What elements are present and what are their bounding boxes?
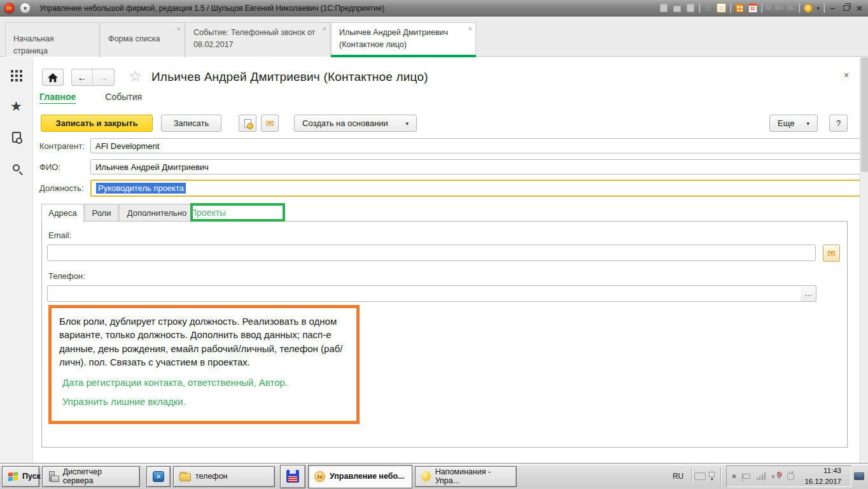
favorite-toggle-star-icon[interactable]: ☆ (129, 67, 143, 85)
taskbar-item-reminders[interactable]: Напоминания - Упра... (415, 466, 517, 487)
1c-coin-icon: 1c (314, 471, 325, 482)
windows-logo-icon (8, 472, 18, 481)
memory-m-minus-button[interactable]: M- (788, 4, 795, 11)
annotation-green-line-2: Упразнить лишние вкладки. (59, 396, 349, 407)
save-and-close-button[interactable]: Записать и закрыть (41, 115, 153, 132)
home-button[interactable] (42, 69, 64, 86)
system-menu-button[interactable]: ▾ (20, 3, 31, 13)
calculator-icon[interactable] (734, 3, 744, 13)
create-based-on-button[interactable]: Создать на основании ▾ (294, 115, 417, 132)
search-icon[interactable] (10, 160, 24, 174)
counterparty-label: Контрагент: (39, 141, 85, 151)
folder-icon (179, 473, 191, 481)
save-icon[interactable] (659, 3, 668, 13)
tab-list-form[interactable]: Форма списка × (100, 22, 185, 57)
phone-label: Телефон: (48, 271, 85, 281)
close-form-button[interactable]: × (844, 70, 849, 80)
vertical-scrollbar[interactable] (860, 57, 868, 463)
server-icon (48, 471, 59, 481)
tray-icons-area: « 11:43 16.12.2017 (726, 465, 851, 487)
titlebar-toolbar: ☆ → ☆ 31 M M+ M- i ▾ – × (659, 3, 864, 13)
help-button[interactable]: ? (829, 115, 848, 132)
keyboard-icon[interactable] (694, 472, 706, 480)
counterparty-field[interactable]: AFI Development ▾ (90, 138, 868, 153)
tray-time: 11:43 (804, 465, 841, 476)
forward-button[interactable]: → (93, 69, 114, 85)
nav-link-main[interactable]: Главное (39, 92, 76, 104)
annotation-text: Блок роли, дублирует строку должность. Р… (59, 315, 349, 369)
back-button[interactable]: ← (72, 69, 93, 85)
tray-clock[interactable]: 11:43 16.12.2017 (801, 465, 845, 486)
divider (761, 3, 762, 13)
send-email-button[interactable]: ✉ (261, 115, 279, 132)
memory-m-button[interactable]: M (766, 4, 771, 11)
power-plug-icon[interactable] (787, 473, 794, 480)
language-indicator[interactable]: RU (668, 472, 689, 481)
sidebar: ★ (0, 57, 33, 463)
create-event-button[interactable] (239, 115, 256, 132)
app-tab-bar: Начальная страница Форма списка × Событи… (0, 17, 868, 57)
more-button[interactable]: Еще ▾ (769, 115, 818, 132)
nav-link-events[interactable]: События (105, 92, 142, 104)
full-name-field[interactable]: Ильичев Андрей Дмитриевич (90, 159, 868, 174)
navigation-buttons: ← → (71, 69, 115, 86)
scrollbar-thumb[interactable] (861, 57, 868, 172)
chevron-down-icon: ▾ (24, 5, 27, 11)
memory-m-plus-button[interactable]: M+ (775, 4, 784, 11)
add-to-favorites-icon[interactable]: ☆ → (703, 3, 713, 13)
save-button[interactable]: Записать (161, 115, 221, 132)
tab-event-phone-call[interactable]: Событие: Телефонный звонок от 08.02.2017… (185, 22, 330, 57)
favorites-icon[interactable]: ☆ (717, 3, 726, 13)
window-switcher-icon[interactable]: ▾ (706, 472, 718, 481)
info-icon[interactable]: i (803, 3, 813, 13)
phone-input[interactable] (47, 285, 801, 302)
info-dropdown-icon[interactable]: ▾ (816, 5, 820, 11)
window-title: Управление небольшой фирмой, редакция 1.… (39, 4, 659, 13)
subtab-roles[interactable]: Роли (85, 204, 118, 222)
floppy-disk-icon (286, 470, 299, 483)
print-icon[interactable] (672, 3, 682, 13)
tab-home-page[interactable]: Начальная страница (5, 22, 99, 57)
restore-button[interactable] (841, 3, 851, 13)
favorites-star-icon[interactable]: ★ (10, 99, 24, 113)
powershell-icon: > (153, 471, 164, 482)
all-functions-grid-icon[interactable] (10, 69, 24, 83)
taskbar-item-powershell[interactable]: > (146, 466, 171, 487)
email-input[interactable] (47, 244, 816, 261)
app-logo-1c-icon: 1c (4, 3, 15, 13)
start-button[interactable]: Пуск (2, 466, 39, 487)
write-email-button[interactable]: ✉ (823, 244, 840, 262)
subtab-projects[interactable]: Проекты (190, 208, 226, 218)
show-desktop-button[interactable] (853, 471, 865, 481)
close-icon[interactable]: × (468, 25, 472, 32)
calendar-icon[interactable]: 31 (748, 3, 757, 13)
home-icon (48, 73, 58, 82)
position-field[interactable]: Руководитель проекта (90, 180, 868, 197)
document-clock-icon (244, 119, 251, 128)
system-tray: RU ▾ « 11:43 16.12.2017 (668, 464, 868, 489)
phone-more-button[interactable]: … (801, 285, 816, 302)
taskbar-item-server-manager[interactable]: Диспетчер сервера (42, 466, 140, 487)
close-window-button[interactable]: × (855, 3, 864, 13)
action-center-flag-icon[interactable] (743, 474, 750, 479)
minimize-button[interactable]: – (828, 3, 837, 13)
close-icon[interactable]: × (323, 25, 326, 32)
subtab-additional[interactable]: Дополнительно (119, 204, 195, 222)
annotation-green-line-1: Дата регистрации контакта, ответственный… (59, 377, 349, 388)
taskbar: Пуск Диспетчер сервера > телефон 1c Упра… (0, 463, 868, 489)
print-preview-icon[interactable] (685, 3, 695, 13)
full-name-label: ФИО: (39, 162, 60, 172)
subtab-addresses[interactable]: Адреса (41, 204, 84, 222)
form-content: ← → ☆ Ильичев Андрей Дмитриевич (Контакт… (33, 57, 860, 463)
volume-muted-icon[interactable] (772, 472, 781, 480)
history-icon[interactable] (10, 130, 24, 144)
taskbar-item-phone-folder[interactable]: телефон (173, 466, 275, 487)
taskbar-item-1c-app[interactable]: 1c Управление небо... (308, 465, 412, 488)
orange-annotation-box: Блок роли, дублирует строку должность. Р… (48, 305, 360, 424)
show-hidden-icons-chevron[interactable]: « (731, 474, 739, 479)
taskbar-item-floppy[interactable] (280, 465, 305, 488)
addresses-tab-panel: Email: ✉ Телефон: … Блок роли, дублирует… (41, 221, 848, 448)
network-signal-icon[interactable] (757, 472, 766, 480)
close-icon[interactable]: × (177, 25, 181, 32)
tab-contact-person[interactable]: Ильичев Андрей Дмитриевич (Контактное ли… (331, 22, 476, 57)
